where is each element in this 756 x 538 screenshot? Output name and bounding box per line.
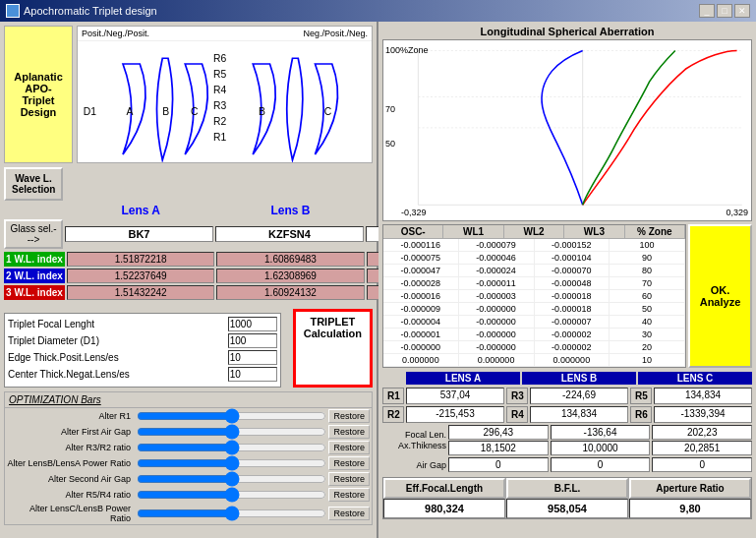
opt-r5r4-label: Alter R5/R4 ratio [7,490,135,500]
diameter-input[interactable] [228,333,277,348]
svg-text:B: B [162,106,169,117]
opt-header: OPTIMIZATION Bars [5,392,372,408]
chart-x-left-label: -0,329 [401,208,427,217]
air-gap-a: 0 [448,457,549,472]
air-gap-b: 0 [551,457,651,472]
left-panel: Aplanatic APO-Triplet Design Posit./Neg.… [0,22,378,538]
chart-x-right-label: 0,329 [726,208,748,217]
r5-label: R5 [630,388,652,404]
lens-b-at: 10,0000 [551,441,651,455]
opt-ba-restore[interactable]: Restore [328,456,370,470]
eff-focal-button[interactable]: Eff.Focal.Length [383,478,505,499]
eff-focal-value: 980,324 [383,499,505,518]
r6-value: -1339,394 [654,406,752,423]
wl3-b-input[interactable] [216,285,364,300]
glass-b-input[interactable] [215,226,364,242]
air-gap-c: 0 [652,457,752,472]
opt-r5r4-slider[interactable] [137,490,326,500]
wave-sel-button[interactable]: Wave L. Selection [4,167,63,201]
opt-cb-row: Alter LensC/LensB Power Ratio Restore [5,503,372,524]
aber-row-3: -0.000047 -0.000024 -0.000070 80 [383,265,685,277]
opt-r3r2-row: Alter R3/R2 ratio Restore [5,440,372,455]
opt-r3r2-restore[interactable]: Restore [328,441,370,454]
wl1-b-input[interactable] [216,252,364,267]
svg-text:B: B [259,106,265,117]
r3-value: -224,69 [530,388,628,404]
air-gap-label: Air Gap [382,460,446,470]
opt-cb-slider[interactable] [137,508,326,518]
edge-thick-input[interactable] [228,350,277,365]
wl3-a-input[interactable] [67,285,214,300]
bfl-button[interactable]: B.F.L. [506,478,628,499]
opt-r5r4-row: Alter R5/R4 ratio Restore [5,487,372,503]
zone-70-label: 70 [385,104,395,114]
r1-label: R1 [382,388,404,404]
opt-r1-slider[interactable] [137,411,326,421]
wl1-label: 1 W.L. index [4,252,65,267]
zone-100-label: 100%Zone [385,45,429,55]
focal-length-label: Triplet Focal Lenght [8,319,228,329]
center-thick-input[interactable] [228,367,277,382]
close-button[interactable]: ✕ [734,4,750,18]
opt-r3r2-label: Alter R3/R2 ratio [7,443,135,452]
opt-ba-label: Alter LensB/LensA Power Ratio [7,458,135,468]
lens-svg: D1 A B C R6 R5 R4 R3 R2 R1 [78,41,372,163]
diagram-area: Aplanatic APO-Triplet Design Posit./Neg.… [4,26,373,163]
lens-c-result-header: LENS C [638,372,752,385]
opt-r5r4-restore[interactable]: Restore [328,488,370,502]
opt-airgap2-label: Alter Second Air Gap [7,474,135,484]
r2-label: R2 [382,406,404,423]
ax-thickness-label: Ax.Thikness [382,441,446,450]
wl2-a-input[interactable] [67,269,214,283]
triplet-calc-button[interactable]: TRIPLETCalculation [293,309,373,388]
r6-label: R6 [630,406,652,423]
opt-airgap1-slider[interactable] [137,427,326,437]
svg-text:R3: R3 [213,100,226,111]
glass-a-input[interactable] [65,226,213,242]
app-icon [6,4,20,18]
lens-results-area: LENS A LENS B LENS C R1 537,04 R3 -224,6… [382,372,752,519]
focal-length-input[interactable] [228,317,277,331]
lens-b-header: Lens B [216,204,364,217]
chart-title: Longitudinal Spherical Aberration [382,26,752,37]
opt-r3r2-slider[interactable] [137,443,326,452]
svg-text:R6: R6 [213,53,226,64]
title-bar: Apochromatic Triplet design _ □ ✕ [0,0,756,22]
zone-50-label: 50 [385,139,395,149]
focal-len-label: Focal Len. [382,430,446,440]
svg-text:R1: R1 [213,132,226,143]
apo-label: Aplanatic APO-Triplet Design [4,26,73,163]
glass-sel-button[interactable]: Glass sel.---> [4,219,63,249]
opt-r1-restore[interactable]: Restore [328,409,370,423]
aber-row-8: -0.000001 -0.000000 -0.000002 30 [383,329,685,341]
maximize-button[interactable]: □ [717,4,732,18]
minimize-button[interactable]: _ [699,4,715,18]
wl1-a-input[interactable] [67,252,214,267]
lens-diagram: Posit./Neg./Posit. Neg./Posit./Neg. D1 A… [77,26,373,163]
aber-col-wl3: WL3 [564,225,624,238]
r4-value: 134,834 [530,406,628,423]
wl3-label: 3 W.L. index [4,285,65,300]
wave-selection-area: Wave L. Selection Lens A Lens B Lens C G… [4,167,373,302]
wl2-b-input[interactable] [216,269,364,283]
svg-text:D1: D1 [84,106,96,117]
opt-cb-restore[interactable]: Restore [328,507,370,520]
aber-row-2: -0.000075 -0.000046 -0.000104 90 [383,252,685,265]
opt-airgap1-label: Alter First Air Gap [7,427,135,437]
lens-c-fl: 202,23 [652,425,752,440]
aperture-ratio-button[interactable]: Aperture Ratio [629,478,751,499]
lens-c-at: 20,2851 [652,441,752,455]
aber-row-5: -0.000016 -0.000003 -0.000018 60 [383,290,685,303]
opt-airgap2-restore[interactable]: Restore [328,472,370,486]
window-title: Apochromatic Triplet design [24,5,157,17]
lens-a-at: 18,1502 [448,441,549,455]
opt-airgap2-slider[interactable] [137,474,326,484]
aber-col-wl1: WL1 [443,225,503,238]
svg-text:A: A [126,106,133,117]
opt-ba-slider[interactable] [137,458,326,468]
aperture-ratio-value: 9,80 [629,499,751,518]
aber-col-wl2: WL2 [504,225,564,238]
ok-analyze-button[interactable]: OK. Analyze [688,224,752,368]
r1-value: 537,04 [406,388,504,404]
opt-airgap1-restore[interactable]: Restore [328,425,370,439]
